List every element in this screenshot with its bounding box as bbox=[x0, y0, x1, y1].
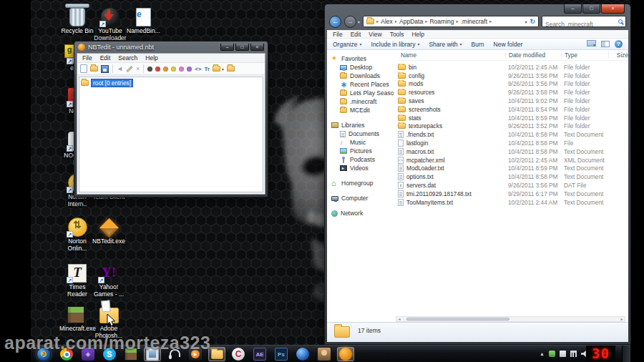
edit-button[interactable] bbox=[126, 65, 132, 72]
command-button[interactable]: New folder▾ bbox=[494, 41, 523, 48]
scroll-left-arrow[interactable]: ◂ bbox=[396, 316, 402, 322]
breadcrumb-segment[interactable]: .minecraft bbox=[456, 18, 487, 25]
nav-root-item[interactable]: Network bbox=[331, 209, 394, 217]
menu-item[interactable]: Help bbox=[411, 31, 424, 38]
menu-item[interactable]: Help bbox=[145, 54, 157, 62]
command-button[interactable]: Burn▾ bbox=[472, 41, 484, 48]
views-button[interactable]: ▾ bbox=[587, 40, 596, 48]
nbt-tag-button[interactable] bbox=[147, 67, 152, 72]
nbt-tag-button[interactable] bbox=[171, 67, 176, 72]
tray-update-icon[interactable] bbox=[549, 351, 555, 357]
desktop-icon-yahoo-games[interactable]: Yahoo! Games - ... bbox=[92, 262, 125, 298]
breadcrumb-segment[interactable]: AppData bbox=[395, 18, 423, 25]
column-header-date[interactable]: Date modified bbox=[505, 52, 561, 59]
menu-item[interactable]: Edit bbox=[100, 54, 111, 62]
desktop-icon-partial[interactable]: g bbox=[64, 44, 74, 58]
taskbar-item[interactable] bbox=[294, 347, 311, 361]
breadcrumb-segment[interactable]: Roaming bbox=[425, 18, 454, 25]
file-row[interactable]: bin 10/2/2011 2:45 AM File folder bbox=[398, 63, 628, 72]
desktop-icon-namedbin[interactable]: NamedBin... bbox=[127, 6, 160, 35]
file-row[interactable]: mods 9/26/2011 3:56 PM File folder bbox=[398, 80, 628, 89]
menu-item[interactable]: Edit bbox=[351, 31, 361, 38]
nav-group-libraries[interactable]: Libraries bbox=[331, 121, 394, 129]
address-dropdown-icon[interactable]: ▾ bbox=[525, 19, 527, 24]
file-row[interactable]: TooManyItems.txt 10/2/2011 2:44 AM Text … bbox=[398, 198, 628, 207]
show-desktop-button[interactable] bbox=[622, 346, 630, 362]
nbt-tag-button[interactable] bbox=[179, 67, 184, 72]
menu-item[interactable]: Search bbox=[118, 54, 137, 62]
nav-item[interactable]: Documents bbox=[331, 129, 394, 138]
nav-item[interactable]: Videos bbox=[331, 164, 394, 172]
desktop-icon-norton-online[interactable]: Norton Onlin... bbox=[61, 216, 94, 252]
file-row[interactable]: texturepacks 9/26/2011 3:52 PM File fold… bbox=[398, 122, 628, 131]
menu-item[interactable]: File bbox=[333, 31, 343, 38]
new-file-button[interactable] bbox=[80, 64, 87, 73]
file-row[interactable]: screenshots 10/4/2011 8:54 PM File folde… bbox=[398, 105, 628, 114]
minimize-button[interactable]: – bbox=[564, 4, 582, 14]
forward-button[interactable]: → bbox=[344, 16, 356, 28]
horizontal-scrollbar[interactable]: ◂ ▸ bbox=[396, 316, 625, 322]
file-row[interactable]: stats 10/4/2011 8:59 PM File folder bbox=[398, 114, 628, 122]
preview-pane-button[interactable] bbox=[601, 41, 610, 47]
taskbar-item[interactable] bbox=[208, 347, 225, 361]
delete-button[interactable]: × bbox=[136, 64, 140, 73]
tree-item-root[interactable]: root [0 entries] bbox=[91, 79, 133, 87]
column-header-name[interactable]: Name bbox=[398, 52, 505, 59]
taskbar-item[interactable] bbox=[337, 347, 354, 361]
nbt-tag-button[interactable]: Tr bbox=[205, 66, 210, 72]
nav-item[interactable]: Podcasts bbox=[331, 155, 394, 164]
file-row[interactable]: mcpatcher.xml 10/2/2011 2:45 AM XML Docu… bbox=[398, 156, 628, 165]
menu-item[interactable]: File bbox=[82, 54, 92, 62]
search-box[interactable] bbox=[542, 16, 626, 27]
command-button[interactable]: Share with▾ bbox=[429, 41, 462, 48]
tree-row[interactable]: root [0 entries] bbox=[81, 79, 261, 87]
tray-expand-icon[interactable]: ▲ bbox=[540, 351, 545, 356]
taskbar-item[interactable] bbox=[273, 347, 290, 361]
breadcrumb-segment[interactable]: Alex bbox=[376, 18, 393, 25]
nbt-tag-button[interactable] bbox=[155, 67, 160, 72]
file-row[interactable]: .friends.txt 10/4/2011 8:58 PM Text Docu… bbox=[398, 130, 628, 139]
file-row[interactable]: servers.dat 9/26/2011 3:56 PM DAT File bbox=[398, 181, 628, 190]
file-row[interactable]: lastlogin 10/4/2011 8:58 PM File bbox=[398, 139, 628, 147]
open-file-button[interactable] bbox=[90, 66, 98, 72]
taskbar-item[interactable] bbox=[316, 347, 333, 361]
command-button[interactable]: Organize▾ bbox=[333, 41, 362, 48]
desktop-icon-times-reader[interactable]: Times Reader bbox=[61, 262, 94, 298]
help-button[interactable]: ? bbox=[615, 40, 623, 48]
file-row[interactable]: tmi.20110929.181748.txt 9/29/2011 6:17 P… bbox=[398, 190, 628, 198]
file-row[interactable]: ModLoader.txt 10/4/2011 8:59 PM Text Doc… bbox=[398, 165, 628, 173]
explorer-window[interactable]: – □ × ← → ▾ Alex bbox=[324, 4, 631, 345]
file-row[interactable]: resources 9/26/2011 3:58 PM File folder bbox=[398, 88, 628, 97]
save-button[interactable] bbox=[101, 65, 109, 73]
desktop-icon-recycle-bin[interactable]: Recycle Bin bbox=[61, 6, 94, 35]
menu-item[interactable]: View bbox=[369, 31, 381, 38]
file-row[interactable]: config 9/26/2011 3:56 PM File folder bbox=[398, 72, 628, 80]
nbt-tree-view[interactable]: root [0 entries] bbox=[79, 77, 263, 192]
nbt-tag-button[interactable]: <> bbox=[195, 66, 201, 72]
file-row[interactable]: saves 10/4/2011 9:02 PM File folder bbox=[398, 97, 628, 105]
nav-item[interactable]: Recent Places bbox=[331, 80, 394, 89]
add-compound-button[interactable] bbox=[227, 66, 235, 72]
history-dropdown-icon[interactable]: ▾ bbox=[358, 19, 360, 24]
desktop-icon-nbtedit-exe[interactable]: NBTedit.exe bbox=[92, 216, 125, 245]
move-button[interactable]: ◄ bbox=[117, 64, 123, 73]
address-bar[interactable]: Alex AppData Roaming bbox=[363, 16, 539, 27]
taskbar-item[interactable] bbox=[230, 347, 247, 361]
menu-item[interactable]: Tools bbox=[390, 31, 404, 38]
nav-item[interactable]: Downloads bbox=[331, 72, 394, 80]
add-list-button[interactable] bbox=[213, 66, 220, 72]
nav-item[interactable]: .minecraft bbox=[331, 97, 394, 106]
column-header-type[interactable]: Type bbox=[561, 52, 608, 59]
scrollbar-thumb[interactable] bbox=[406, 318, 509, 321]
close-button[interactable]: × bbox=[250, 44, 264, 51]
nav-item[interactable]: Lets Play Season 2 bbox=[331, 89, 394, 97]
maximize-button[interactable]: □ bbox=[582, 4, 600, 14]
nbt-tag-button[interactable] bbox=[163, 67, 168, 72]
refresh-icon[interactable]: ↻ bbox=[530, 18, 535, 25]
nbt-tag-button[interactable] bbox=[187, 67, 192, 72]
nav-item[interactable]: Pictures bbox=[331, 147, 394, 155]
network-icon[interactable] bbox=[570, 351, 577, 357]
back-button[interactable]: ← bbox=[329, 16, 341, 28]
nav-root-item[interactable]: Homegroup bbox=[331, 179, 394, 187]
maximize-button[interactable]: □ bbox=[235, 44, 249, 51]
